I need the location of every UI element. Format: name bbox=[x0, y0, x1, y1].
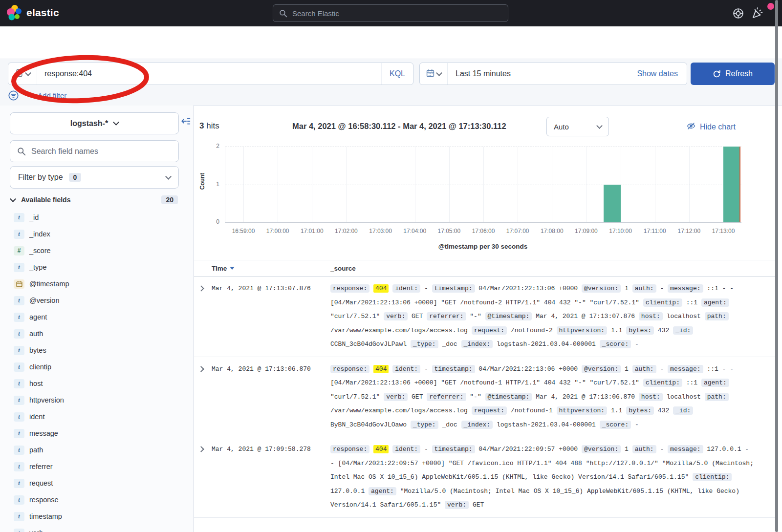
field-key-chip: response: bbox=[330, 445, 369, 453]
expand-row-icon[interactable] bbox=[194, 443, 212, 512]
field-value: CCBN_3cB04dGovJLPawl bbox=[330, 340, 407, 348]
field-item-@timestamp[interactable]: @timestamp bbox=[10, 276, 186, 292]
string-field-type-icon: t bbox=[14, 230, 24, 239]
field-search-input[interactable]: Search field names bbox=[10, 140, 179, 162]
field-item-response[interactable]: tresponse bbox=[10, 491, 186, 508]
field-item-path[interactable]: tpath bbox=[10, 442, 186, 458]
filter-by-type-count: 0 bbox=[69, 173, 82, 182]
current-time-marker bbox=[739, 147, 740, 222]
string-field-type-icon: t bbox=[14, 379, 24, 388]
string-field-type-icon: t bbox=[14, 495, 24, 505]
available-fields-label: Available fields bbox=[21, 196, 70, 204]
available-fields-header[interactable]: Available fields 20 bbox=[11, 195, 179, 204]
filter-by-type-dropdown[interactable]: Filter by type 0 bbox=[10, 166, 179, 189]
field-item-@version[interactable]: t@version bbox=[10, 292, 186, 309]
field-value: /var/www/example.com/logs/access.log bbox=[330, 407, 468, 414]
field-key-chip: agent: bbox=[701, 298, 729, 307]
hide-chart-button[interactable]: Hide chart bbox=[686, 121, 736, 133]
add-filter-button[interactable]: + Add filter bbox=[32, 91, 66, 100]
filter-icon[interactable] bbox=[8, 90, 19, 101]
field-item-message[interactable]: tmessage bbox=[10, 425, 186, 442]
query-language-button[interactable]: KQL bbox=[381, 63, 413, 85]
field-name: timestamp bbox=[29, 512, 62, 520]
field-value: /notfound-2 bbox=[511, 327, 553, 334]
x-axis-tick-label: 17:10:00 bbox=[601, 228, 640, 234]
field-name: request bbox=[29, 479, 53, 487]
newsfeed-icon[interactable] bbox=[751, 7, 764, 21]
field-item-_type[interactable]: t_type bbox=[10, 259, 186, 276]
histogram-bar[interactable] bbox=[604, 185, 621, 223]
elastic-home-link[interactable]: elastic bbox=[7, 5, 59, 21]
string-field-type-icon: t bbox=[14, 313, 24, 322]
field-item-_id[interactable]: t_id bbox=[10, 209, 186, 226]
field-key-chip: host: bbox=[639, 393, 663, 401]
sort-desc-icon[interactable] bbox=[230, 267, 235, 270]
field-name: agent bbox=[29, 313, 47, 321]
brand-name: elastic bbox=[26, 7, 59, 19]
documents-table: Time _source Mar 4, 2021 @ 17:13:07.876r… bbox=[194, 260, 776, 518]
field-key-chip: clientip: bbox=[693, 473, 732, 481]
histogram-bar[interactable] bbox=[723, 147, 740, 222]
field-item-host[interactable]: thost bbox=[10, 375, 186, 392]
calendar-icon bbox=[426, 69, 434, 79]
field-key-chip: clientip: bbox=[643, 298, 682, 307]
field-item-agent[interactable]: tagent bbox=[10, 309, 186, 325]
x-axis-tick-label: 17:00:00 bbox=[258, 228, 297, 234]
refresh-button[interactable]: Refresh bbox=[691, 63, 775, 85]
field-item-clientip[interactable]: tclientip bbox=[10, 359, 186, 375]
collapse-sidebar-icon[interactable] bbox=[181, 116, 191, 128]
field-key-chip: _score: bbox=[600, 340, 631, 348]
interval-select[interactable]: Auto bbox=[546, 117, 609, 136]
fields-sidebar: logstash-* Search field names Filter by … bbox=[0, 106, 194, 532]
help-icon[interactable] bbox=[732, 7, 744, 21]
field-value: - bbox=[660, 365, 664, 373]
expand-row-icon[interactable] bbox=[194, 282, 212, 352]
horizontal-gridline bbox=[225, 147, 741, 147]
expand-row-icon[interactable] bbox=[194, 362, 212, 432]
index-pattern-select[interactable]: logstash-* bbox=[10, 112, 179, 134]
chevron-down-icon bbox=[436, 70, 442, 76]
field-value: 04/Mar/2021:22:13:06 +0000 bbox=[478, 365, 578, 373]
scrollbar[interactable] bbox=[775, 0, 778, 532]
field-item-timestamp[interactable]: ttimestamp bbox=[10, 508, 186, 525]
field-item-_index[interactable]: t_index bbox=[10, 226, 186, 242]
query-bar-strip: response:404 KQL Last 15 minutes Show da… bbox=[0, 59, 782, 106]
x-axis-tick-label: 16:59:00 bbox=[224, 228, 263, 234]
chevron-down-icon bbox=[165, 173, 172, 180]
field-name: ident bbox=[29, 413, 44, 421]
date-field-type-icon bbox=[14, 279, 24, 289]
query-input[interactable]: response:404 KQL bbox=[8, 63, 413, 85]
field-item-_score[interactable]: #_score bbox=[10, 242, 186, 259]
global-search-input[interactable]: Search Elastic bbox=[273, 4, 508, 22]
column-header-time[interactable]: Time bbox=[212, 265, 330, 272]
doc-source-cell: response: 404 ident: - timestamp: 04/Mar… bbox=[330, 362, 776, 432]
highlighted-term: 404 bbox=[373, 445, 389, 453]
field-key-chip: verb: bbox=[445, 501, 469, 509]
field-key-chip: response: bbox=[330, 284, 369, 293]
field-name: httpversion bbox=[29, 396, 64, 404]
field-item-ident[interactable]: tident bbox=[10, 408, 186, 425]
field-key-chip: agent: bbox=[369, 487, 396, 495]
field-item-verb[interactable]: tverb bbox=[10, 525, 186, 532]
field-item-referrer[interactable]: treferrer bbox=[10, 458, 186, 475]
field-key-chip: referrer: bbox=[427, 393, 466, 401]
field-value: - bbox=[424, 365, 428, 373]
show-dates-button[interactable]: Show dates bbox=[637, 69, 687, 78]
field-item-request[interactable]: trequest bbox=[10, 475, 186, 491]
field-value: logstash-2021.03.04-000001 bbox=[497, 421, 596, 428]
field-value: ::1 bbox=[686, 379, 697, 386]
doc-table-row: Mar 4, 2021 @ 17:13:07.876response: 404 … bbox=[194, 277, 776, 357]
query-text[interactable]: response:404 bbox=[37, 69, 381, 78]
field-item-auth[interactable]: tauth bbox=[10, 325, 186, 342]
field-value: "curl/7.52.1" bbox=[330, 393, 380, 401]
field-key-chip: ident: bbox=[392, 445, 420, 453]
field-item-httpversion[interactable]: thttpversion bbox=[10, 392, 186, 408]
time-range-value[interactable]: Last 15 minutes bbox=[448, 69, 637, 78]
date-quick-select-button[interactable] bbox=[420, 63, 448, 85]
field-item-bytes[interactable]: tbytes bbox=[10, 342, 186, 359]
field-key-chip: verb: bbox=[384, 393, 408, 401]
field-key-chip: ident: bbox=[392, 365, 420, 373]
saved-query-menu-button[interactable] bbox=[8, 63, 37, 85]
notification-dot bbox=[767, 3, 774, 10]
field-key-chip: _index: bbox=[461, 421, 493, 429]
